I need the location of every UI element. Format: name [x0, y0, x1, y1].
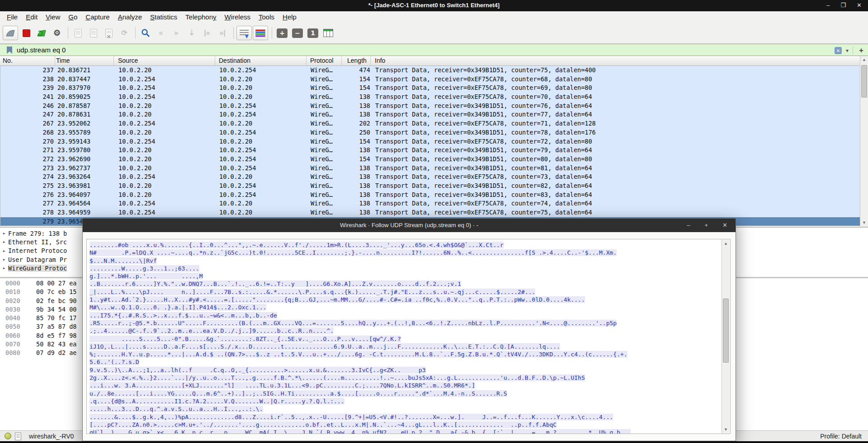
packet-row-237[interactable]: 23720.83672110.0.2.2010.0.2.254WireG…474…	[0, 66, 860, 75]
column-header-protocol[interactable]: Protocol	[307, 56, 342, 65]
menu-help[interactable]: Help	[278, 12, 301, 22]
dialog-close-icon[interactable]: ✕	[722, 222, 727, 228]
filter-dropdown-icon[interactable]: ▾	[846, 47, 849, 54]
menu-capture[interactable]: Capture	[81, 12, 113, 22]
packet-row-273[interactable]: 27323.96273710.0.2.2010.0.2.254WireG…138…	[0, 164, 860, 173]
packet-row-247[interactable]: 24720.87863110.0.2.2010.0.2.254WireG…138…	[0, 110, 860, 119]
column-header-no[interactable]: No.	[0, 56, 55, 65]
go-first-packet-button[interactable]: |«	[200, 26, 214, 40]
scroll-down-icon[interactable]: ▼	[860, 219, 868, 226]
packet-row-238[interactable]: 23820.83744710.0.2.25410.0.2.20WireG…154…	[0, 75, 860, 84]
expander-icon[interactable]: ▸	[0, 265, 8, 271]
packet-row-275[interactable]: 27523.96398110.0.2.2010.0.2.254WireG…138…	[0, 182, 860, 191]
scroll-down-icon[interactable]: ▼	[722, 426, 730, 433]
cell-time: 23.963264	[56, 173, 114, 182]
scroll-up-icon[interactable]: ▲	[860, 56, 868, 63]
menu-wireless[interactable]: Wireless	[221, 12, 255, 22]
cell-proto: WireG…	[307, 146, 342, 155]
hex-offset: 0060	[5, 332, 20, 339]
column-header-length[interactable]: Length	[342, 56, 371, 65]
window-controls: – ❐ ✕	[826, 2, 862, 9]
menu-analyze[interactable]: Analyze	[114, 12, 146, 22]
filter-add-button[interactable]: +	[857, 46, 865, 55]
capture-comment-icon[interactable]	[15, 433, 21, 440]
cell-time: 23.962737	[56, 164, 114, 173]
go-forward-button[interactable]: »	[169, 26, 184, 40]
file-save-button[interactable]	[86, 26, 101, 40]
expert-info-icon[interactable]	[5, 433, 11, 439]
menu-file[interactable]: File	[3, 12, 22, 22]
capture-start-button[interactable]	[3, 26, 18, 40]
close-icon[interactable]: ✕	[857, 2, 862, 9]
cell-src: 10.0.2.254	[114, 199, 216, 208]
menu-edit[interactable]: Edit	[22, 12, 42, 22]
zoom-out-button[interactable]: −	[290, 26, 305, 40]
expander-icon[interactable]: ▸	[0, 248, 8, 254]
go-to-packet-button[interactable]: ⇣	[184, 26, 199, 40]
capture-stop-button[interactable]	[19, 26, 33, 40]
packet-row-239[interactable]: 23920.83797010.0.2.25410.0.2.20WireG…154…	[0, 84, 860, 93]
packet-row-268[interactable]: 26823.95578910.0.2.2010.0.2.254WireG…250…	[0, 128, 860, 137]
scroll-up-icon[interactable]: ▲	[722, 240, 730, 247]
stream-line: iJ1O,.L...|....s.....D..a.F....s[....S./…	[90, 343, 730, 350]
expander-icon[interactable]: ▸	[0, 256, 8, 262]
go-back-button[interactable]: «	[154, 26, 168, 40]
packet-row-276[interactable]: 27623.96409710.0.2.2010.0.2.254WireG…138…	[0, 191, 860, 200]
find-packet-button[interactable]	[138, 26, 153, 40]
go-last-packet-button[interactable]: »|	[215, 26, 230, 40]
menu-statistics[interactable]: Statistics	[146, 12, 181, 22]
cell-dst: 10.0.2.20	[216, 84, 307, 93]
menu-view[interactable]: View	[42, 12, 64, 22]
packet-row-278[interactable]: 27823.96495910.0.2.25410.0.2.20WireG…138…	[0, 208, 860, 217]
minimize-icon[interactable]: –	[826, 2, 830, 9]
menu-tools[interactable]: Tools	[255, 12, 278, 22]
stream-scrollbar[interactable]: ▲ ▼	[722, 240, 730, 433]
menu-go[interactable]: Go	[64, 12, 81, 22]
filter-clear-icon[interactable]: ✕	[835, 47, 842, 54]
colorize-button[interactable]	[253, 26, 268, 40]
profile-label[interactable]: Profile: Default	[820, 433, 862, 440]
zoom-in-button[interactable]: +	[275, 26, 289, 40]
cell-len: 138	[342, 191, 371, 200]
menu-telephony[interactable]: Telephony	[181, 12, 220, 22]
column-header-info[interactable]: Info	[371, 56, 860, 65]
capture-restart-button[interactable]	[34, 26, 49, 40]
packet-row-271[interactable]: 27123.95978010.0.2.2010.0.2.254WireG…138…	[0, 146, 860, 155]
auto-scroll-button[interactable]: ▼	[236, 26, 252, 40]
column-header-source[interactable]: Source	[114, 56, 215, 65]
filter-bookmark-icon[interactable]	[7, 47, 12, 54]
packet-row-241[interactable]: 24120.85902510.0.2.25410.0.2.20WireG…138…	[0, 93, 860, 102]
expander-icon[interactable]: ▸	[0, 239, 8, 245]
file-open-button[interactable]	[71, 26, 85, 40]
file-close-button[interactable]: ✕	[102, 26, 116, 40]
filter-input[interactable]: udp.stream eq 0	[17, 46, 66, 54]
file-reload-button[interactable]: ⟳	[117, 26, 132, 40]
dialog-minimize-icon[interactable]: –	[687, 222, 690, 228]
scrollbar-thumb[interactable]	[723, 298, 729, 363]
hex-offset: 0030	[5, 306, 20, 313]
stream-content[interactable]: ........#ob ....x.u.%.......{..I..0...^.…	[86, 239, 731, 434]
packet-row-267[interactable]: 26723.95206210.0.2.25410.0.2.20WireG…202…	[0, 119, 860, 128]
packet-row-274[interactable]: 27423.96326410.0.2.25410.0.2.20WireG…138…	[0, 173, 860, 182]
scrollbar-thumb[interactable]	[861, 65, 867, 98]
cell-src: 10.0.2.254	[114, 208, 216, 217]
maximize-icon[interactable]: ❐	[840, 2, 846, 9]
cell-no: 241	[0, 93, 56, 102]
zoom-100-button[interactable]: 1	[306, 26, 320, 40]
packet-row-272[interactable]: 27223.96269010.0.2.2010.0.2.254WireG…154…	[0, 155, 860, 164]
menu-bar: FileEditViewGoCaptureAnalyzeStatisticsTe…	[0, 11, 868, 23]
packet-list-scrollbar[interactable]: ▲ ▼	[860, 56, 868, 226]
packet-row-270[interactable]: 27023.95914310.0.2.25410.0.2.20WireG…154…	[0, 137, 860, 146]
dialog-titlebar[interactable]: Wireshark · Follow UDP Stream (udp.strea…	[83, 219, 736, 232]
stream-line: .........W.....g.3...1..;63....	[90, 265, 730, 272]
column-header-destination[interactable]: Destination	[215, 56, 307, 65]
packet-row-246[interactable]: 24620.87858710.0.2.2010.0.2.254WireG…138…	[0, 102, 860, 111]
hex-offset: 0010	[5, 288, 20, 295]
capture-options-button[interactable]: ⚙	[50, 26, 64, 40]
column-header-time[interactable]: Time	[55, 56, 114, 65]
dialog-maximize-icon[interactable]: +	[705, 222, 708, 228]
expander-icon[interactable]: ▸	[0, 230, 8, 236]
resize-columns-button[interactable]	[321, 26, 335, 40]
cell-info: Transport Data, receiver=0xEF75CA78, cou…	[371, 173, 860, 182]
packet-row-277[interactable]: 27723.96456410.0.2.25410.0.2.20WireG…138…	[0, 199, 860, 208]
